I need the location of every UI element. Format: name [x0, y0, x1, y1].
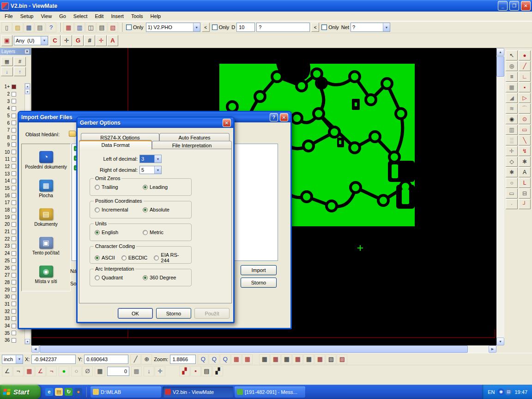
right-of-decimal-combo[interactable]: 5 ▼ — [139, 166, 162, 174]
radio-ascii-selected[interactable] — [95, 255, 100, 260]
snap-button[interactable]: ✛ — [155, 366, 165, 376]
anchor-button[interactable]: ↓ — [144, 366, 154, 376]
measure-lines-button[interactable]: ≋ — [506, 103, 518, 114]
title-bar[interactable]: V2.bin - ViewMate _ ❐ ✕ — [0, 0, 532, 12]
menu-item-go[interactable]: Go — [55, 12, 70, 21]
y-coordinate-field[interactable]: 0.690643 — [84, 355, 128, 364]
grid-red2-button[interactable]: ▦ — [242, 354, 253, 364]
center-button[interactable]: ✛ — [506, 146, 518, 156]
print-button[interactable]: ▤ — [35, 22, 45, 32]
radio-option-absolute[interactable]: Absolute — [143, 207, 169, 212]
refresh-quick-button[interactable]: ↻ — [65, 388, 73, 396]
layer-scroll-spin-down-icon[interactable]: ▼ — [25, 89, 30, 94]
radio-option-metric[interactable]: Metric — [143, 230, 163, 235]
h-tool-button[interactable]: ✛ — [96, 35, 107, 46]
gerber-options-titlebar[interactable]: Gerber Options ✕ — [78, 118, 233, 128]
only-net-toggle[interactable]: Only — [321, 24, 339, 30]
only-layer-checkbox[interactable] — [126, 24, 132, 30]
count-field[interactable]: 0 — [107, 367, 129, 376]
layer-row-2[interactable]: 2 — [1, 91, 24, 98]
only-dcode-toggle[interactable]: Only — [212, 24, 230, 30]
corner-tool-button[interactable]: ¬ — [13, 366, 24, 376]
vertical-scroll-thumb[interactable] — [496, 56, 504, 77]
red-grid-tool-button[interactable]: ▦ — [24, 366, 35, 376]
apply-button[interactable]: Použít — [194, 308, 230, 319]
import-button[interactable]: Import — [241, 265, 277, 275]
restore-button[interactable]: ❐ — [509, 1, 519, 11]
menu-item-edit[interactable]: Edit — [91, 12, 107, 21]
star-tool-button[interactable]: ✱ — [506, 167, 518, 177]
scroll-right-button[interactable]: ▶ — [489, 345, 496, 353]
film-mixed2-button[interactable]: ▨ — [337, 354, 347, 364]
radio-leading-selected[interactable] — [143, 185, 148, 190]
net-combo[interactable]: ? ▼ — [351, 23, 390, 32]
vertical-scrollbar[interactable]: ▲ ▼ — [496, 48, 504, 345]
import-close-button[interactable]: ✕ — [280, 113, 288, 121]
layers-stack-button[interactable]: ≡ — [506, 72, 518, 82]
dither-button[interactable]: ▩ — [131, 366, 142, 376]
probe-circle-button[interactable]: ○ — [71, 366, 82, 376]
layer-edit-button[interactable]: ▦ — [1, 57, 13, 66]
horizontal-scrollbar[interactable]: ◀ ▶ — [31, 345, 496, 353]
new-file-button[interactable]: ▯ — [1, 22, 12, 32]
layer-row-36[interactable]: 36 — [1, 337, 24, 344]
c-tool-button[interactable]: C — [49, 35, 60, 46]
layer-down-button[interactable]: ↓ — [1, 67, 13, 76]
place-m-sta-v-s-ti[interactable]: ◉Místa v síti — [22, 260, 70, 289]
layer-row-3[interactable]: 3 — [1, 97, 24, 105]
radio-english-selected[interactable] — [95, 230, 100, 235]
radio-option-ascii[interactable]: ASCII — [95, 255, 115, 260]
film-black-button[interactable]: ▦ — [259, 354, 270, 364]
tab-file-interpretation[interactable]: File Interpretation — [152, 141, 232, 149]
target-button[interactable]: ◉ — [506, 114, 518, 124]
language-indicator[interactable]: EN — [488, 389, 495, 395]
units-combo-arrow-icon[interactable]: ▼ — [16, 355, 23, 363]
spare-tool-button[interactable]: · — [506, 199, 518, 209]
taskbar-window-2[interactable]: V2.bin - ViewMate — [163, 387, 233, 398]
label-tool-button[interactable]: L — [519, 178, 531, 188]
film-red3-button[interactable]: ▦ — [314, 354, 325, 364]
taskbar-window-1[interactable]: D:\MLAB — [91, 387, 161, 398]
dcode-filter-field[interactable]: ? — [256, 23, 310, 32]
text-tool-button[interactable]: A — [519, 167, 531, 177]
place-posledn-dokumenty[interactable]: ◔Poslední dokumenty — [22, 146, 70, 175]
layer-row-35[interactable]: 35 — [1, 329, 24, 337]
layer-row-1[interactable]: 1+ — [1, 83, 24, 91]
radio-option-english[interactable]: English — [95, 230, 136, 235]
zoom-select-button[interactable]: Q — [198, 354, 208, 364]
grid-display-button[interactable]: ▦ — [95, 366, 105, 376]
zoom-in-button[interactable]: Q — [209, 354, 219, 364]
g-tool-button[interactable]: G — [73, 35, 84, 46]
look-in-folder-icon[interactable] — [69, 131, 76, 137]
film-red2-button[interactable]: ▦ — [292, 354, 303, 364]
radio-option-quadrant[interactable]: Quadrant — [95, 275, 136, 280]
menu-item-select[interactable]: Select — [70, 12, 91, 21]
minimize-button[interactable]: _ — [498, 1, 508, 11]
hatch-button[interactable]: ▥ — [506, 125, 518, 135]
folder-quick-button[interactable]: ▤ — [55, 388, 63, 396]
ok-button[interactable]: OK — [118, 308, 153, 319]
origin-button[interactable]: ⊕ — [141, 354, 152, 364]
net-combo-arrow-icon[interactable]: ▼ — [383, 23, 390, 31]
dim-view-button[interactable]: ░ — [506, 135, 518, 145]
film-red-button[interactable]: ▦ — [270, 354, 281, 364]
left-of-decimal-combo[interactable]: 3 ▼ — [139, 155, 162, 163]
corner-trace-button[interactable]: ∟ — [519, 72, 531, 82]
scroll-down-button[interactable]: ▼ — [496, 338, 504, 345]
vertex-tool-button[interactable]: ∠ — [2, 366, 12, 376]
square-pad-button[interactable]: ▪ — [519, 82, 531, 92]
zoom-window-button[interactable]: ◎ — [506, 61, 518, 71]
radio-absolute-selected[interactable] — [143, 207, 148, 212]
trace-button[interactable]: ◫ — [85, 22, 96, 32]
graph-button[interactable]: ▧ — [108, 22, 118, 32]
pattern-dark-button[interactable]: ▤ — [201, 366, 212, 376]
edit-vertex-button[interactable]: ◇ — [506, 157, 518, 167]
browser-quick-button[interactable]: ● — [74, 388, 82, 396]
x-coordinate-field[interactable]: -0.942237 — [31, 355, 76, 364]
circle-view-button[interactable]: ○ — [506, 178, 518, 188]
pattern-dark2-button[interactable]: ▞ — [212, 366, 223, 376]
grid-red-button[interactable]: ▦ — [231, 354, 242, 364]
ready-led-button[interactable]: ● — [59, 366, 69, 376]
display-tray-button[interactable]: ▤ — [505, 388, 512, 395]
radio-trailing[interactable] — [95, 185, 100, 190]
